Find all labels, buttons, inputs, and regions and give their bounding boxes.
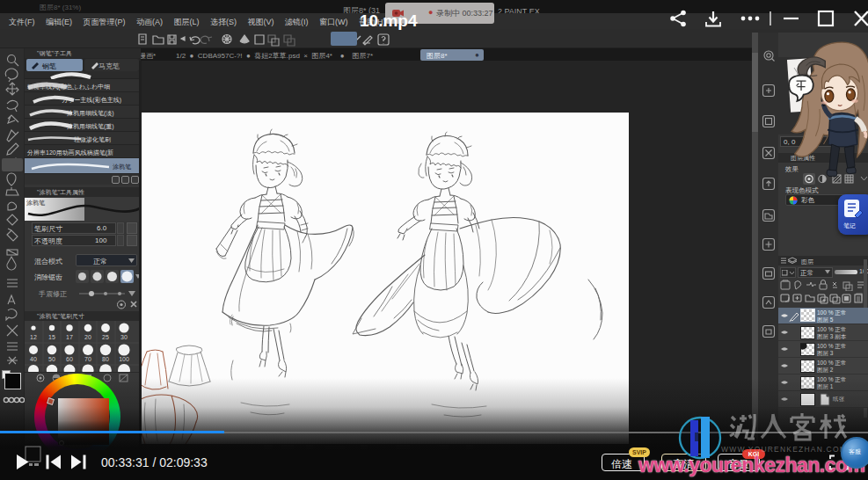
svg-text:15: 15	[48, 334, 55, 340]
svg-text:25: 25	[102, 334, 109, 340]
svg-text:50: 50	[48, 356, 55, 362]
svg-text:100: 100	[119, 356, 129, 362]
svg-text:60: 60	[66, 356, 73, 362]
svg-text:30: 30	[120, 334, 128, 340]
svg-text:12: 12	[30, 334, 37, 340]
svg-text:70: 70	[84, 356, 91, 362]
svg-text:40: 40	[30, 356, 37, 362]
svg-text:WWW.YOURENKEZHAN.COM: WWW.YOURENKEZHAN.COM	[721, 445, 847, 454]
svg-text:17: 17	[66, 334, 73, 340]
svg-text:80: 80	[102, 356, 109, 362]
svg-text:20: 20	[84, 334, 91, 340]
